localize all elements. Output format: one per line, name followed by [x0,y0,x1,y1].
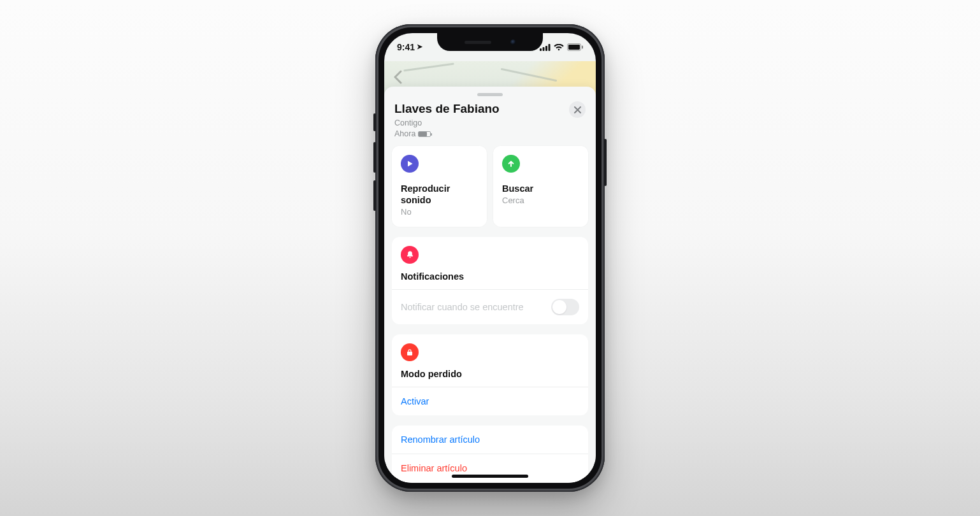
find-title: Buscar [502,183,579,194]
play-sound-title: Reproducir sonido [401,183,478,206]
svg-rect-3 [549,44,551,51]
item-timestamp: Ahora [394,129,415,140]
play-sound-status: No [401,207,478,217]
status-right [540,43,583,51]
lost-mode-title: Modo perdido [401,369,579,379]
activate-lost-mode-row[interactable]: Activar [392,387,588,415]
activate-label: Activar [401,396,429,406]
find-card[interactable]: Buscar Cerca [493,146,588,227]
notify-when-found-row[interactable]: Notificar cuando se encuentre [392,289,588,324]
lost-mode-section: Modo perdido Activar [392,334,588,415]
side-button-power [604,139,607,186]
status-time: 9:41 ➤ [397,42,422,52]
notify-when-found-label: Notificar cuando se encuentre [401,302,524,312]
bell-icon [401,246,419,264]
notifications-title: Notificaciones [401,271,579,282]
rename-item-row[interactable]: Renombrar artículo [392,426,588,454]
svg-rect-5 [568,45,580,50]
find-status: Cerca [502,196,579,205]
sheet-grabber[interactable] [477,93,503,96]
side-button-mute [373,113,376,131]
side-button-vol-down [373,180,376,211]
battery-icon [567,43,583,51]
clock-label: 9:41 [397,42,415,52]
remove-item-row[interactable]: Eliminar artículo [392,454,588,482]
lock-icon [401,343,419,361]
notifications-section: Notificaciones Notificar cuando se encue… [392,237,588,324]
action-row: Reproducir sonido No Buscar Cerca [392,146,588,227]
item-subtitle: Contigo Ahora [394,118,500,140]
item-title: Llaves de Fabiano [394,101,500,117]
home-indicator[interactable] [452,475,528,478]
front-camera [510,39,516,45]
cellular-icon [540,44,551,51]
close-icon [574,106,581,113]
location-icon: ➤ [417,43,422,51]
speaker-grill [465,41,491,44]
arrow-up-icon [502,155,520,173]
battery-icon [418,131,431,137]
sheet-header: Llaves de Fabiano Contigo Ahora [392,101,588,146]
notify-toggle[interactable] [551,299,579,315]
side-button-vol-up [373,142,376,173]
remove-label: Eliminar artículo [401,463,467,473]
item-location-status: Contigo [394,118,500,129]
screen: 9:41 ➤ [384,33,596,483]
notch [437,33,543,51]
svg-rect-0 [540,48,542,51]
wifi-icon [554,44,564,51]
item-actions-section: Renombrar artículo Eliminar artículo [392,426,588,482]
svg-rect-2 [545,46,547,51]
rename-label: Renombrar artículo [401,434,480,445]
play-icon [401,155,419,173]
svg-rect-6 [582,46,583,49]
back-button[interactable] [393,70,402,87]
svg-rect-1 [543,47,545,51]
detail-sheet: Llaves de Fabiano Contigo Ahora [384,87,596,483]
iphone-frame: 9:41 ➤ [375,24,605,492]
play-sound-card[interactable]: Reproducir sonido No [392,146,487,227]
close-button[interactable] [569,101,586,118]
